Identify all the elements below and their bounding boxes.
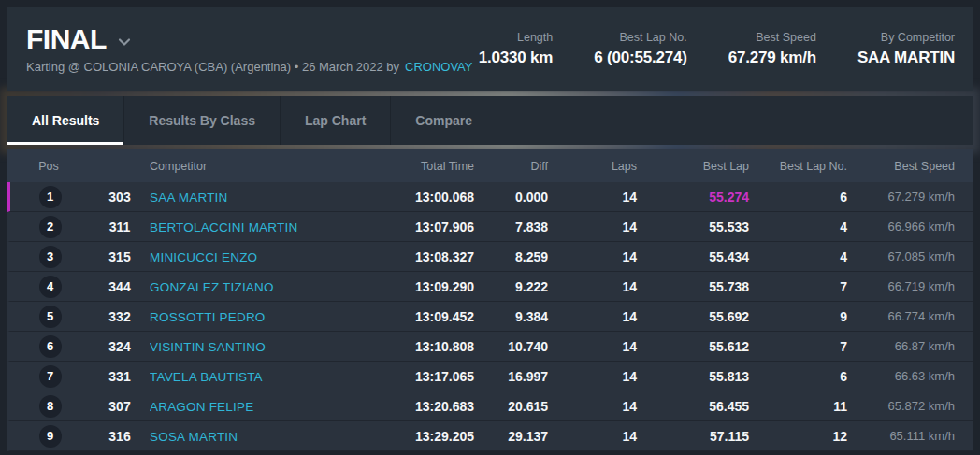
best-lap-no: 6 [749, 190, 847, 205]
table-row[interactable]: 9 316 SOSA MARTIN 13:29.205 29.137 14 57… [7, 421, 973, 451]
total-time: 13:09.290 [371, 279, 474, 294]
tab-lap-chart[interactable]: Lap Chart [281, 96, 391, 145]
stat-best-speed: Best Speed 67.279 km/h [728, 31, 816, 67]
competitor-name[interactable]: BERTOLACCINI MARTIN [150, 220, 297, 235]
laps: 14 [548, 249, 637, 264]
total-time: 13:17.065 [371, 369, 474, 384]
best-lap: 55.434 [637, 249, 749, 264]
tab-all-results[interactable]: All Results [7, 96, 124, 145]
laps: 14 [548, 220, 637, 235]
total-time: 13:08.327 [371, 249, 474, 264]
stat-value: 1.0330 km [479, 49, 554, 67]
best-lap-no: 7 [749, 339, 847, 354]
table-row[interactable]: 1 303 SAA MARTIN 13:00.068 0.000 14 55.2… [7, 182, 973, 212]
competitor-name[interactable]: ROSSOTTI PEDRO [150, 310, 266, 324]
table-row[interactable]: 6 324 VISINTIN SANTINO 13:10.808 10.740 … [7, 332, 973, 362]
competitor-name[interactable]: GONZALEZ TIZIANO [150, 280, 274, 294]
best-lap: 55.533 [637, 220, 749, 235]
pos-badge: 9 [39, 425, 62, 448]
best-lap-no: 7 [749, 279, 847, 294]
total-time: 13:20.683 [371, 399, 474, 414]
pos-badge: 4 [39, 276, 62, 298]
laps: 14 [548, 279, 637, 294]
stat-label: By Competitor [858, 31, 955, 44]
best-speed: 67.085 km/h [847, 249, 955, 263]
diff: 20.615 [474, 399, 548, 414]
event-header: FINAL Karting @ COLONIA CAROYA (CBA) (Ar… [7, 7, 973, 91]
tab-compare[interactable]: Compare [391, 96, 497, 145]
organizer-link[interactable]: CRONOVAY [405, 60, 472, 74]
best-speed: 66.966 km/h [847, 220, 955, 234]
page-title: FINAL [26, 25, 107, 53]
table-header-row: Pos Competitor Total Time Diff Laps Best… [7, 149, 973, 182]
competitor-name[interactable]: ARAGON FELIPE [150, 400, 253, 414]
total-time: 13:09.452 [371, 309, 474, 324]
column-header-competitor: Competitor [150, 160, 371, 173]
competitor-name[interactable]: VISINTIN SANTINO [150, 340, 266, 354]
table-row[interactable]: 3 315 MINICUCCI ENZO 13:08.327 8.259 14 … [7, 242, 973, 272]
diff: 10.740 [474, 339, 548, 354]
competitor-number: 324 [90, 339, 150, 354]
diff: 9.222 [474, 279, 548, 294]
competitor-number: 316 [90, 429, 150, 444]
competitor-number: 311 [90, 220, 150, 235]
stat-value: SAA MARTIN [858, 49, 955, 67]
pos-badge: 8 [39, 395, 62, 418]
event-header-left: FINAL Karting @ COLONIA CAROYA (CBA) (Ar… [26, 25, 472, 74]
total-time: 13:10.808 [371, 339, 474, 354]
competitor-number: 331 [90, 369, 150, 384]
laps: 14 [548, 190, 637, 205]
competitor-name[interactable]: SAA MARTIN [150, 191, 228, 205]
competitor-name[interactable]: TAVELA BAUTISTA [150, 370, 263, 384]
laps: 14 [548, 339, 637, 354]
table-row[interactable]: 8 307 ARAGON FELIPE 13:20.683 20.615 14 … [7, 391, 973, 421]
column-header-best-speed: Best Speed [847, 160, 955, 173]
best-speed: 66.87 km/h [847, 339, 955, 353]
tab-results-by-class[interactable]: Results By Class [124, 96, 281, 145]
best-speed: 65.872 km/h [847, 399, 955, 413]
best-lap: 55.612 [637, 339, 749, 354]
table-row[interactable]: 5 332 ROSSOTTI PEDRO 13:09.452 9.384 14 … [7, 302, 973, 332]
column-header-pos: Pos [7, 160, 90, 173]
best-lap-no: 11 [749, 399, 847, 414]
event-stats: Length 1.0330 km Best Lap No. 6 (00:55.2… [479, 31, 955, 67]
pos-badge: 7 [39, 365, 62, 388]
stat-label: Best Lap No. [594, 31, 686, 44]
best-lap: 55.813 [637, 369, 749, 384]
total-time: 13:00.068 [371, 190, 474, 205]
best-lap-no: 4 [749, 220, 847, 235]
best-lap: 56.455 [637, 399, 749, 414]
stat-label: Length [479, 31, 554, 44]
pos-badge: 2 [39, 216, 62, 238]
best-lap: 57.115 [637, 429, 749, 444]
competitor-name[interactable]: MINICUCCI ENZO [150, 250, 257, 264]
table-row[interactable]: 2 311 BERTOLACCINI MARTIN 13:07.906 7.83… [7, 212, 973, 242]
chevron-down-icon[interactable] [116, 34, 133, 50]
competitor-number: 332 [90, 309, 150, 324]
column-header-total-time: Total Time [371, 160, 474, 173]
table-row[interactable]: 7 331 TAVELA BAUTISTA 13:17.065 16.997 1… [7, 362, 973, 391]
diff: 9.384 [474, 309, 548, 324]
event-subtitle-text: Karting @ COLONIA CAROYA (CBA) (Argentin… [26, 60, 399, 74]
pos-badge: 5 [39, 306, 62, 328]
pos-badge: 1 [39, 186, 62, 208]
competitor-name[interactable]: SOSA MARTIN [150, 430, 238, 444]
best-lap: 55.738 [637, 279, 749, 294]
best-speed: 65.111 km/h [847, 429, 955, 443]
table-row[interactable]: 4 344 GONZALEZ TIZIANO 13:09.290 9.222 1… [7, 272, 973, 302]
pos-badge: 6 [39, 335, 62, 358]
stat-by-competitor: By Competitor SAA MARTIN [858, 31, 955, 67]
stat-label: Best Speed [728, 31, 816, 44]
laps: 14 [548, 429, 637, 444]
stat-value: 67.279 km/h [728, 49, 816, 67]
results-table: Pos Competitor Total Time Diff Laps Best… [7, 149, 973, 451]
best-lap-no: 12 [749, 429, 847, 444]
diff: 7.838 [474, 220, 548, 235]
laps: 14 [548, 309, 637, 324]
best-lap-no: 6 [749, 369, 847, 384]
competitor-number: 344 [90, 279, 150, 294]
laps: 14 [548, 399, 637, 414]
column-header-laps: Laps [548, 160, 637, 173]
diff: 16.997 [474, 369, 548, 384]
column-header-diff: Diff [474, 160, 548, 173]
